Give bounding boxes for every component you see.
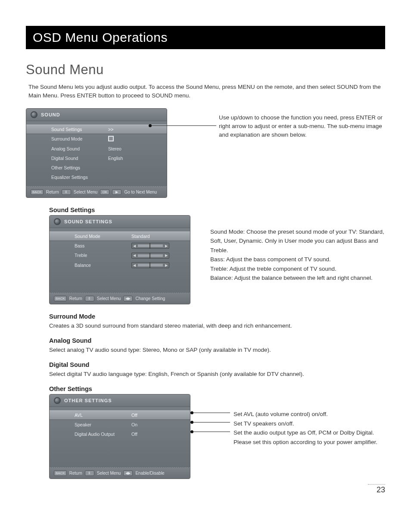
osd-body: AVL Off Speaker On Digital Audio Output … xyxy=(50,407,190,467)
setting-value: Off xyxy=(131,413,182,418)
setting-label: Speaker xyxy=(75,422,131,427)
menu-item-label: Equalizer Settings xyxy=(51,175,108,180)
menu-item-analog-sound[interactable]: Analog Sound Stereo xyxy=(26,144,167,153)
osd-title: OTHER SETTINGS xyxy=(64,398,112,403)
setting-speaker[interactable]: Speaker On xyxy=(50,420,190,429)
sound-panel-row: SOUND Sound Settings >> Surround Mode An… xyxy=(26,108,385,198)
back-key-icon: BACK xyxy=(31,189,44,195)
osd-header: OTHER SETTINGS xyxy=(50,394,190,407)
osd-title: SOUND xyxy=(41,112,60,117)
other-settings-row: OTHER SETTINGS AVL Off Speaker On Digita… xyxy=(49,394,385,479)
checkbox-icon xyxy=(108,136,114,141)
menu-item-value: >> xyxy=(108,127,159,132)
menu-item-label: Sound Settings xyxy=(51,127,108,132)
callout-line xyxy=(193,432,230,432)
leftright-key-icon: ◀▶ xyxy=(123,296,133,301)
osd-title: SOUND SETTINGS xyxy=(64,219,112,224)
desc-treble: Treble: Adjust the treble component of T… xyxy=(210,264,385,274)
osd-footer: BACK Return ⇕ Select Menu OK ▶ Go to Nex… xyxy=(26,186,167,197)
speaker-icon xyxy=(54,218,61,225)
osd-footer: BACK Return ⇕ Select Menu ◀▶ Change Sett… xyxy=(50,293,190,304)
left-arrow-icon: ◀ xyxy=(132,244,137,248)
right-arrow-icon: ▶ xyxy=(164,263,169,267)
menu-item-label: Analog Sound xyxy=(51,146,108,151)
callout-line xyxy=(152,125,216,126)
setting-balance[interactable]: Balance ◀▶ xyxy=(50,260,190,270)
digital-sound-text: Select digital TV audio language type: E… xyxy=(49,370,385,379)
page-header-title: OSD Menu Operations xyxy=(33,30,378,45)
sound-osd-panel: SOUND Sound Settings >> Surround Mode An… xyxy=(26,108,167,198)
menu-item-sound-settings[interactable]: Sound Settings >> xyxy=(26,125,167,134)
digital-sound-heading: Digital Sound xyxy=(49,361,385,368)
speaker-icon xyxy=(31,111,37,118)
footer-select-label: Select Menu xyxy=(97,296,121,301)
setting-label: Bass xyxy=(75,243,131,248)
callout-line xyxy=(193,422,230,422)
osd-body: Sound Settings >> Surround Mode Analog S… xyxy=(26,121,167,186)
right-key-icon: ▶ xyxy=(112,189,121,195)
ok-key-icon: OK xyxy=(100,189,109,195)
osd-footer: BACK Return ⇕ Select Menu ◀▶ Enable/Disa… xyxy=(50,467,190,479)
analog-sound-heading: Analog Sound xyxy=(49,337,385,344)
back-key-icon: BACK xyxy=(54,296,67,301)
setting-avl[interactable]: AVL Off xyxy=(50,410,190,420)
callout-dot-icon xyxy=(190,430,193,433)
surround-mode-heading: Surround Mode xyxy=(49,313,385,320)
page-header: OSD Menu Operations xyxy=(26,26,385,49)
section-intro: The Sound Menu lets you adjust audio out… xyxy=(28,83,385,100)
setting-label: Treble xyxy=(75,253,131,258)
menu-item-surround-mode[interactable]: Surround Mode xyxy=(26,134,167,144)
menu-item-value: English xyxy=(108,156,159,161)
menu-item-label: Other Settings xyxy=(51,165,108,170)
menu-item-digital-sound[interactable]: Digital Sound English xyxy=(26,153,167,163)
setting-bass[interactable]: Bass ◀▶ xyxy=(50,241,190,251)
setting-value: Standard xyxy=(131,234,182,239)
leftright-key-icon: ◀▶ xyxy=(123,470,133,476)
footer-select-label: Select Menu xyxy=(74,190,98,194)
left-arrow-icon: ◀ xyxy=(132,263,137,267)
updown-key-icon: ⇕ xyxy=(85,470,94,476)
setting-digital-audio-output[interactable]: Digital Audio Output Off xyxy=(50,429,190,439)
sound-settings-row: SOUND SETTINGS Sound Mode Standard Bass … xyxy=(49,215,385,304)
menu-item-value: Stereo xyxy=(108,146,159,151)
setting-sound-mode[interactable]: Sound Mode Standard xyxy=(50,232,190,241)
desc-sound-mode: Sound Mode: Choose the preset sound mode… xyxy=(210,227,385,255)
slider-control[interactable]: ◀▶ xyxy=(131,262,169,268)
footer-next-label: Go to Next Menu xyxy=(124,190,157,194)
menu-item-other-settings[interactable]: Other Settings xyxy=(26,163,167,172)
analog-sound-text: Select analog TV audio sound type: Stere… xyxy=(49,346,385,354)
other-settings-callouts: Set AVL (auto volume control) on/off. Se… xyxy=(234,394,385,447)
speaker-icon xyxy=(54,397,61,404)
callout-speaker: Set TV speakers on/off. xyxy=(234,419,385,429)
sound-settings-heading: Sound Settings xyxy=(49,207,385,213)
slider-control[interactable]: ◀▶ xyxy=(131,243,169,249)
other-settings-heading: Other Settings xyxy=(49,385,385,392)
right-arrow-icon: ▶ xyxy=(164,253,169,257)
sound-panel-callout-text: Use up/down to choose the function you n… xyxy=(219,108,385,140)
setting-treble[interactable]: Treble ◀▶ xyxy=(50,250,190,260)
setting-value: On xyxy=(131,422,182,427)
menu-item-equalizer-settings[interactable]: Equalizer Settings xyxy=(26,172,167,182)
footer-enable-label: Enable/Disable xyxy=(135,471,164,476)
footer-select-label: Select Menu xyxy=(97,471,121,476)
footer-return-label: Return xyxy=(69,296,82,301)
section-title: Sound Menu xyxy=(26,62,385,78)
setting-label: Digital Audio Output xyxy=(75,432,131,437)
sound-settings-osd-panel: SOUND SETTINGS Sound Mode Standard Bass … xyxy=(49,215,190,304)
callout-dot-icon xyxy=(149,124,152,127)
footer-change-label: Change Setting xyxy=(135,296,165,301)
page-number: 23 xyxy=(368,484,385,494)
sound-settings-descriptions: Sound Mode: Choose the preset sound mode… xyxy=(210,215,385,283)
menu-item-label: Surround Mode xyxy=(51,136,108,141)
back-key-icon: BACK xyxy=(54,470,67,476)
left-arrow-icon: ◀ xyxy=(132,253,137,257)
surround-mode-text: Creates a 3D sound surround from standar… xyxy=(49,322,385,330)
setting-label: Balance xyxy=(75,263,131,268)
setting-label: Sound Mode xyxy=(75,234,131,239)
updown-key-icon: ⇕ xyxy=(62,189,71,195)
osd-body: Sound Mode Standard Bass ◀▶ Treble ◀▶ Ba… xyxy=(50,228,190,293)
slider-control[interactable]: ◀▶ xyxy=(131,253,169,259)
callout-digital-audio: Set the audio output type as Off, PCM or… xyxy=(234,428,385,447)
right-arrow-icon: ▶ xyxy=(164,244,169,248)
callout-line xyxy=(193,413,230,413)
